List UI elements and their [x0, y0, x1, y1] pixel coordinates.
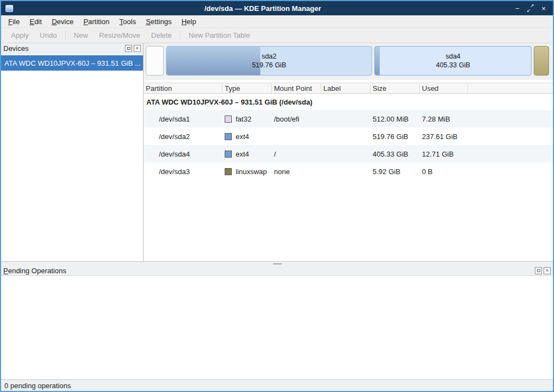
filesystem-type: fat32: [236, 115, 252, 123]
column-header-partition[interactable]: Partition: [144, 83, 222, 93]
disk-visual-container: sda2 519.76 GiB sda4 405.33 GiB: [144, 43, 553, 80]
menu-device[interactable]: Device: [47, 16, 78, 27]
pending-float-button[interactable]: [535, 267, 542, 274]
devices-close-button[interactable]: ×: [134, 45, 141, 52]
table-row[interactable]: /dev/sda2 ext4 519.76 GiB 237.61 GiB: [144, 128, 553, 145]
partition-segment-sda3[interactable]: [534, 46, 549, 76]
toolbar-separator: [65, 31, 66, 40]
menu-edit[interactable]: Edit: [25, 16, 47, 27]
size-cell: 512.00 MiB: [370, 115, 420, 123]
maximize-button[interactable]: [526, 3, 535, 13]
maximize-icon: [527, 5, 534, 11]
filesystem-color-swatch: [225, 168, 232, 175]
delete-button[interactable]: Delete: [146, 30, 178, 41]
window-title: /dev/sda — KDE Partition Manager: [13, 4, 512, 13]
size-cell: 519.76 GiB: [370, 132, 420, 141]
partition-name-cell: /dev/sda3: [144, 168, 222, 176]
partition-name-cell: /dev/sda4: [144, 150, 222, 158]
mount-point-cell: none: [272, 168, 321, 176]
partition-segment-sda1[interactable]: [146, 46, 164, 76]
table-row[interactable]: /dev/sda1 fat32 /boot/efi 512.00 MiB 7.2…: [144, 110, 553, 128]
pending-operations-title: Pending Operations: [3, 267, 533, 275]
pending-operations-list: [1, 276, 553, 379]
apply-button[interactable]: Apply: [5, 30, 35, 41]
filesystem-type: linuxswap: [236, 168, 267, 176]
menu-help[interactable]: Help: [176, 16, 201, 27]
close-button[interactable]: ×: [539, 3, 549, 13]
titlebar: /dev/sda — KDE Partition Manager − ×: [1, 1, 553, 15]
filesystem-type: ext4: [236, 150, 249, 158]
used-cell: 237.61 GiB: [420, 132, 468, 141]
size-cell: 405.33 GiB: [370, 150, 420, 158]
menu-file[interactable]: File: [3, 16, 25, 27]
content-area: sda2 519.76 GiB sda4 405.33 GiB: [144, 43, 553, 261]
mount-point-cell: /: [272, 150, 321, 158]
minimize-button[interactable]: −: [512, 3, 522, 13]
new-button[interactable]: New: [68, 30, 94, 41]
column-header-label[interactable]: Label: [321, 83, 370, 93]
disk-partition-bar: sda2 519.76 GiB sda4 405.33 GiB: [146, 46, 551, 76]
type-cell: ext4: [222, 132, 272, 141]
column-header-used[interactable]: Used: [420, 83, 468, 93]
filesystem-type: ext4: [236, 132, 249, 141]
horizontal-splitter[interactable]: [1, 261, 553, 266]
filesystem-color-swatch: [225, 151, 232, 158]
used-cell: 0 B: [420, 168, 468, 176]
menubar: File Edit Device Partition Tools Setting…: [1, 15, 553, 28]
used-cell: 7.28 MiB: [420, 115, 468, 123]
menu-tools[interactable]: Tools: [115, 16, 141, 27]
devices-panel: Devices × ATA WDC WD10JPVX-60J – 931.51 …: [1, 43, 144, 261]
partition-table: Partition Type Mount Point Label Size Us…: [144, 83, 553, 261]
statusbar: 0 pending operations: [1, 379, 553, 391]
undo-button[interactable]: Undo: [35, 30, 62, 41]
partition-segment-label: [146, 47, 163, 75]
app-window: /dev/sda — KDE Partition Manager − × Fil…: [0, 0, 554, 392]
toolbar-separator: [180, 31, 180, 40]
table-row[interactable]: /dev/sda3 linuxswap none 5.92 GiB 0 B: [144, 163, 553, 180]
table-row[interactable]: /dev/sda4 ext4 / 405.33 GiB 12.71 GiB: [144, 145, 553, 163]
filesystem-color-swatch: [225, 116, 232, 123]
column-header-size[interactable]: Size: [370, 83, 420, 93]
partition-segment-sda4[interactable]: sda4 405.33 GiB: [374, 46, 532, 76]
size-cell: 5.92 GiB: [370, 168, 420, 176]
column-header-mount-point[interactable]: Mount Point: [272, 83, 321, 93]
menu-settings[interactable]: Settings: [141, 16, 176, 27]
partition-segment-label: [534, 47, 549, 75]
splitter-handle-icon: [273, 263, 282, 264]
devices-dock-header: Devices ×: [1, 43, 143, 54]
column-header-filler: [468, 83, 553, 93]
window-controls: − ×: [512, 3, 549, 13]
partition-segment-label: sda4 405.33 GiB: [375, 47, 531, 75]
table-header-row: Partition Type Mount Point Label Size Us…: [144, 83, 553, 94]
new-partition-table-button[interactable]: New Partition Table: [183, 30, 255, 41]
devices-float-button[interactable]: [125, 45, 132, 52]
partition-segment-sda2[interactable]: sda2 519.76 GiB: [166, 46, 373, 76]
type-cell: linuxswap: [222, 168, 272, 176]
filesystem-color-swatch: [225, 133, 232, 140]
partition-segment-label: sda2 519.76 GiB: [167, 47, 372, 75]
app-icon: [5, 5, 13, 12]
main-area: Devices × ATA WDC WD10JPVX-60J – 931.51 …: [1, 43, 553, 261]
device-list-item[interactable]: ATA WDC WD10JPVX-60J – 931.51 GiB ...: [1, 55, 143, 71]
devices-panel-title: Devices: [3, 44, 123, 53]
pending-operations-count: 0 pending operations: [4, 382, 71, 390]
pending-operations-header: Pending Operations ×: [1, 266, 553, 276]
type-cell: ext4: [222, 150, 272, 158]
column-header-type[interactable]: Type: [222, 83, 272, 93]
partition-name-cell: /dev/sda1: [144, 115, 222, 123]
pending-close-button[interactable]: ×: [544, 267, 551, 274]
partition-name-cell: /dev/sda2: [144, 132, 222, 141]
table-empty-area: [144, 180, 553, 261]
disk-group-header[interactable]: ATA WDC WD10JPVX-60J – 931.51 GiB (/dev/…: [144, 94, 553, 110]
mount-point-cell: /boot/efi: [272, 115, 321, 123]
float-icon: [127, 47, 130, 50]
resize-move-button[interactable]: Resize/Move: [94, 30, 146, 41]
menu-partition[interactable]: Partition: [78, 16, 115, 27]
float-icon: [537, 269, 540, 272]
type-cell: fat32: [222, 115, 272, 123]
toolbar: Apply Undo New Resize/Move Delete New Pa…: [1, 28, 553, 43]
used-cell: 12.71 GiB: [420, 150, 468, 158]
